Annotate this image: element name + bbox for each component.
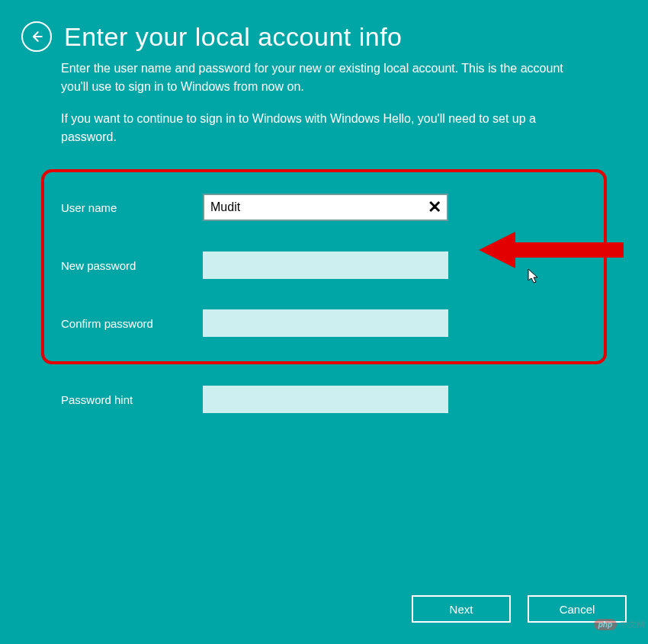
arrow-left-icon: [29, 29, 44, 44]
instruction-paragraph-2: If you want to continue to sign in to Wi…: [61, 110, 587, 146]
username-input[interactable]: [203, 194, 448, 221]
new-password-input[interactable]: [203, 252, 448, 279]
username-label: User name: [61, 201, 203, 214]
instruction-paragraph-1: Enter the user name and password for you…: [61, 59, 587, 96]
new-password-label: New password: [61, 259, 203, 272]
clear-username-button[interactable]: ✕: [425, 198, 444, 216]
instructions: Enter the user name and password for you…: [61, 59, 587, 146]
confirm-password-input[interactable]: [203, 309, 448, 337]
page-title: Enter your local account info: [64, 22, 403, 52]
password-hint-input[interactable]: [203, 386, 448, 413]
next-button[interactable]: Next: [412, 595, 511, 623]
confirm-password-label: Confirm password: [61, 317, 203, 330]
close-icon: ✕: [428, 197, 441, 217]
back-button[interactable]: [21, 21, 52, 52]
password-hint-label: Password hint: [61, 393, 203, 406]
cancel-button[interactable]: Cancel: [528, 595, 627, 623]
highlighted-form-section: User name ✕ New password Confirm passwor…: [41, 169, 607, 364]
